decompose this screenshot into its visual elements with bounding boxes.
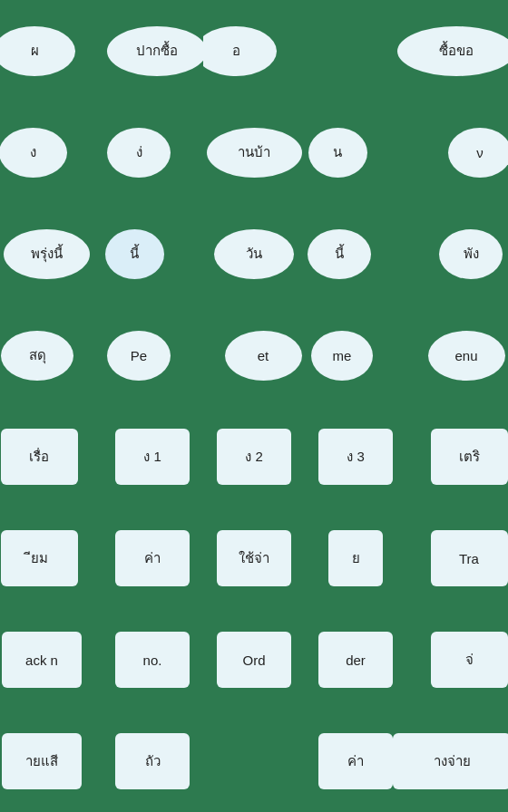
- cell-r4c4: me: [305, 304, 406, 406]
- cell-r5c4: ง 3: [305, 406, 406, 508]
- oval-r4c2: Pe: [107, 331, 171, 381]
- cell-r3c4: นี้: [305, 203, 406, 304]
- text-r6c2: ค่า: [144, 547, 161, 569]
- cell-r4c3: et: [203, 304, 305, 406]
- text-r8c2: ถัว: [145, 750, 161, 772]
- text-r4c4: me: [333, 348, 352, 363]
- text-r6c3: ใช้จ่า: [239, 547, 269, 569]
- text-r3c4: นี้: [335, 243, 344, 265]
- rect-r5c4: ง 3: [318, 429, 393, 485]
- cell-r5c3: ง 2: [203, 406, 305, 508]
- oval-r3c2: นี้: [105, 229, 164, 279]
- cell-r3c5: พัง: [406, 203, 508, 304]
- cell-r8c5: างจ่าย: [406, 710, 508, 812]
- text-r2c5: ν: [476, 145, 484, 160]
- rect-r8c1: ายแสี: [2, 733, 82, 789]
- oval-r4c4: me: [311, 331, 373, 381]
- cell-r5c2: ง 1: [102, 406, 203, 508]
- text-r1c2: ปากซื้อ: [136, 40, 178, 62]
- text-r7c5: จ่: [465, 649, 474, 671]
- text-r1c1: ผ: [31, 40, 39, 62]
- main-grid: ผ ปากซื้อ อ ซื้อขอ ง ง่ านบ้า น: [0, 0, 508, 812]
- text-r1c3: อ: [232, 40, 240, 62]
- cell-r6c2: ค่า: [102, 508, 203, 609]
- cell-r7c1: ack n: [0, 609, 102, 710]
- oval-r4c1: สดุ: [1, 331, 73, 381]
- text-r7c2: no.: [143, 652, 162, 668]
- oval-r2c1: ง: [0, 128, 67, 178]
- cell-r3c3: วัน: [203, 203, 305, 304]
- rect-r8c4: ค่า: [318, 733, 393, 789]
- rect-r6c1: ียม: [1, 530, 78, 586]
- text-r2c2: ง่: [136, 141, 142, 163]
- cell-r1c3: อ: [203, 0, 305, 102]
- cell-r2c1: ง: [0, 102, 102, 203]
- rect-r6c5: Tra: [431, 530, 508, 586]
- cell-r3c1: พรุ่งนี้: [0, 203, 102, 304]
- cell-r8c4: ค่า: [305, 710, 406, 812]
- rect-r6c3: ใช้จ่า: [217, 530, 291, 586]
- cell-r8c1: ายแสี: [0, 710, 102, 812]
- oval-r1c5: ซื้อขอ: [397, 26, 508, 76]
- oval-r2c5: ν: [448, 128, 508, 178]
- rect-r5c1: เรื่อ: [1, 429, 78, 485]
- cell-r1c5: ซื้อขอ: [406, 0, 508, 102]
- text-r3c3: วัน: [246, 243, 262, 265]
- oval-r2c2: ง่: [107, 128, 171, 178]
- cell-r4c5: enu: [406, 304, 508, 406]
- text-r5c3: ง 2: [245, 446, 263, 468]
- text-r4c1: สดุ: [29, 344, 46, 366]
- rect-r7c4: der: [318, 632, 393, 688]
- cell-r4c1: สดุ: [0, 304, 102, 406]
- rect-r7c5: จ่: [431, 632, 508, 688]
- cell-r6c4: ย: [305, 508, 406, 609]
- rect-r8c2: ถัว: [115, 733, 190, 789]
- oval-r3c1: พรุ่งนี้: [4, 229, 90, 279]
- oval-r3c4: นี้: [308, 229, 371, 279]
- text-r1c5: ซื้อขอ: [439, 40, 474, 62]
- oval-r3c5: พัง: [439, 229, 503, 279]
- cell-r2c5: ν: [406, 102, 508, 203]
- cell-r2c4: น: [305, 102, 406, 203]
- cell-r4c2: Pe: [102, 304, 203, 406]
- cell-r1c4: [305, 0, 406, 102]
- rect-r7c1: ack n: [2, 632, 82, 688]
- cell-r6c1: ียม: [0, 508, 102, 609]
- oval-r2c4: น: [308, 128, 367, 178]
- cell-r8c3: [203, 710, 305, 812]
- cell-r6c3: ใช้จ่า: [203, 508, 305, 609]
- cell-r7c2: no.: [102, 609, 203, 710]
- oval-r1c1: ผ: [0, 26, 75, 76]
- cell-r8c2: ถัว: [102, 710, 203, 812]
- text-r7c4: der: [346, 652, 366, 668]
- cell-r1c1: ผ: [0, 0, 102, 102]
- text-r2c4: น: [333, 141, 342, 163]
- cell-r1c2: ปากซื้อ: [102, 0, 203, 102]
- cell-r7c4: der: [305, 609, 406, 710]
- rect-r7c3: Ord: [217, 632, 291, 688]
- text-r8c4: ค่า: [347, 750, 364, 772]
- cell-r7c3: Ord: [203, 609, 305, 710]
- text-r2c3: านบ้า: [238, 141, 270, 163]
- rect-r5c2: ง 1: [115, 429, 190, 485]
- oval-r2c3: านบ้า: [207, 128, 302, 178]
- cell-r7c5: จ่: [406, 609, 508, 710]
- rect-r5c5: เตริ: [431, 429, 508, 485]
- cell-r5c5: เตริ: [406, 406, 508, 508]
- cell-r6c5: Tra: [406, 508, 508, 609]
- cell-r5c1: เรื่อ: [0, 406, 102, 508]
- cell-r2c2: ง่: [102, 102, 203, 203]
- text-r4c3: et: [258, 348, 269, 363]
- rect-r8c5: างจ่าย: [393, 733, 508, 789]
- text-r7c3: Ord: [242, 652, 265, 668]
- text-r4c5: enu: [454, 348, 477, 363]
- text-r5c2: ง 1: [143, 446, 161, 468]
- cell-r2c3: านบ้า: [203, 102, 305, 203]
- text-r8c5: างจ่าย: [434, 750, 471, 772]
- oval-r1c2: ปากซื้อ: [107, 26, 203, 76]
- text-r7c1: ack n: [25, 652, 58, 668]
- text-r3c5: พัง: [464, 243, 479, 265]
- oval-r3c3: วัน: [214, 229, 294, 279]
- rect-r5c3: ง 2: [217, 429, 291, 485]
- text-r3c2: นี้: [130, 243, 139, 265]
